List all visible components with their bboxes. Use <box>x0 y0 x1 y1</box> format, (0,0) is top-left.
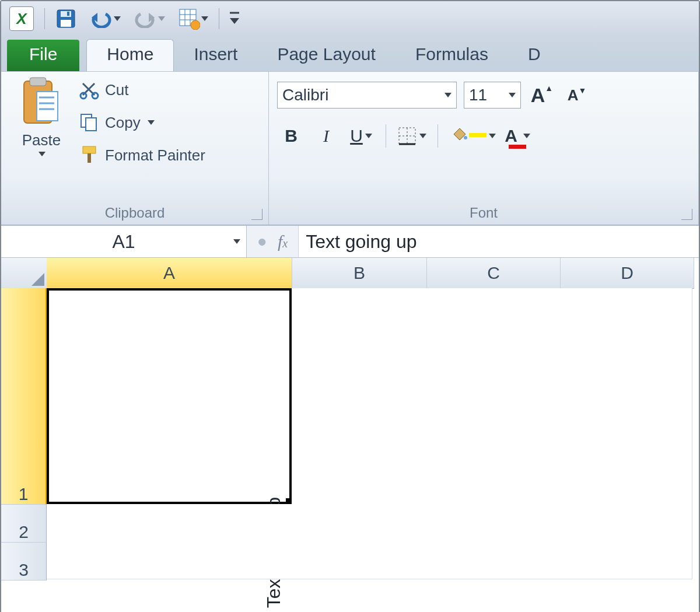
fill-color-button[interactable] <box>449 122 496 150</box>
format-painter-label: Format Painter <box>105 146 205 165</box>
svg-point-30 <box>464 136 467 139</box>
cell-b2[interactable] <box>292 504 426 542</box>
excel-logo[interactable]: X <box>7 8 36 29</box>
chevron-down-icon <box>158 16 165 21</box>
formula-bar[interactable]: Text going up <box>299 226 699 257</box>
group-label-font: Font <box>277 202 690 223</box>
cell-a1[interactable]: Text going up <box>47 288 292 504</box>
paste-button[interactable]: Paste <box>9 75 74 156</box>
group-clipboard: Paste Cut Copy Format Painte <box>1 72 269 225</box>
increase-font-button[interactable]: A▲ <box>528 81 556 109</box>
save-button[interactable] <box>53 8 79 29</box>
cells: Text going up <box>47 288 699 612</box>
format-painter-button[interactable]: Format Painter <box>79 141 205 170</box>
svg-point-21 <box>92 93 98 99</box>
tab-page-layout[interactable]: Page Layout <box>257 40 395 71</box>
cell-c2[interactable] <box>426 504 559 542</box>
dialog-launcher-icon[interactable] <box>251 209 262 220</box>
cell-d1[interactable] <box>559 288 692 505</box>
italic-button[interactable]: I <box>312 122 340 150</box>
separator <box>219 8 219 29</box>
chevron-down-icon <box>201 16 208 21</box>
col-header-d[interactable]: D <box>561 258 694 289</box>
cell-d2[interactable] <box>559 504 692 542</box>
chevron-down-icon <box>233 239 240 244</box>
name-box-value: A1 <box>112 231 135 253</box>
cell-d3[interactable] <box>559 541 692 579</box>
select-all-corner[interactable] <box>1 258 47 289</box>
row-header-3[interactable]: 3 <box>1 543 47 580</box>
col-header-a[interactable]: A <box>47 258 292 289</box>
tab-file[interactable]: File <box>7 40 79 71</box>
group-font: Calibri 11 A▲ A▼ B I <box>269 72 699 225</box>
qat-customize-button[interactable] <box>176 8 211 29</box>
redo-button[interactable] <box>131 8 167 29</box>
row-headers: 1 2 3 <box>1 288 47 580</box>
chevron-down-icon <box>444 93 452 97</box>
dialog-launcher-icon[interactable] <box>681 209 692 220</box>
font-name-value: Calibri <box>282 86 328 104</box>
borders-button[interactable] <box>397 122 427 150</box>
qat-more-button[interactable] <box>228 8 242 29</box>
cut-label: Cut <box>105 81 128 99</box>
group-label-clipboard: Clipboard <box>9 202 260 223</box>
col-header-b[interactable]: B <box>292 258 427 289</box>
svg-rect-24 <box>83 146 96 153</box>
cell-c3[interactable] <box>426 541 559 579</box>
cell-a2[interactable] <box>47 504 292 542</box>
chevron-down-icon <box>114 16 121 21</box>
tab-insert[interactable]: Insert <box>174 40 257 71</box>
save-icon <box>55 8 76 29</box>
formula-bar-row: A1 ● fx Text going up <box>1 225 699 258</box>
decrease-font-button[interactable]: A▼ <box>563 81 591 109</box>
font-size-combo[interactable]: 11 <box>464 82 521 109</box>
cell-b1[interactable] <box>292 288 426 505</box>
paste-icon <box>20 75 62 131</box>
underline-button[interactable]: U <box>347 122 375 150</box>
cell-c1[interactable] <box>426 288 559 505</box>
fx-buttons: ● fx <box>247 226 299 257</box>
svg-rect-23 <box>86 118 96 131</box>
worksheet-grid: A B C D 1 2 3 Text going up <box>1 258 699 612</box>
name-box[interactable]: A1 <box>1 226 247 257</box>
row-header-2[interactable]: 2 <box>1 505 47 543</box>
font-color-button[interactable]: A <box>503 122 531 150</box>
row-header-1[interactable]: 1 <box>1 288 47 505</box>
column-headers: A B C D <box>47 258 699 288</box>
scissors-icon <box>79 80 99 100</box>
tab-data[interactable]: D <box>508 40 561 71</box>
svg-rect-1 <box>61 11 71 17</box>
separator <box>438 124 438 148</box>
font-name-combo[interactable]: Calibri <box>277 82 457 109</box>
chevron-down-icon <box>523 134 530 138</box>
cell-a3[interactable] <box>47 541 292 579</box>
redo-icon <box>134 9 157 28</box>
paste-label: Paste <box>22 131 61 149</box>
undo-button[interactable] <box>87 8 123 29</box>
cell-b3[interactable] <box>292 541 426 579</box>
chevron-down-icon <box>38 152 46 156</box>
ribbon: Paste Cut Copy Format Painte <box>1 71 699 225</box>
borders-icon <box>397 126 417 146</box>
ribbon-tabs: File Home Insert Page Layout Formulas D <box>1 36 699 71</box>
undo-icon <box>89 9 113 28</box>
col-header-c[interactable]: C <box>427 258 561 289</box>
chevron-down-icon <box>419 134 426 138</box>
fx-icon[interactable]: fx <box>278 232 288 251</box>
svg-rect-15 <box>30 78 46 86</box>
cut-button[interactable]: Cut <box>79 75 205 104</box>
tab-home[interactable]: Home <box>86 39 174 71</box>
cancel-formula-button[interactable]: ● <box>257 232 267 251</box>
chevron-down-icon <box>148 120 155 125</box>
excel-window: X File Home Insert Page Layout Formulas … <box>0 0 700 612</box>
more-icon <box>230 11 239 26</box>
copy-button[interactable]: Copy <box>79 108 205 137</box>
title-bar: X <box>1 1 699 36</box>
chevron-down-icon <box>509 93 516 97</box>
bucket-icon <box>449 126 469 146</box>
svg-marker-13 <box>230 18 239 24</box>
svg-point-20 <box>80 93 86 99</box>
bold-button[interactable]: B <box>277 122 305 150</box>
tab-formulas[interactable]: Formulas <box>396 40 508 71</box>
paintbrush-icon <box>79 145 99 165</box>
